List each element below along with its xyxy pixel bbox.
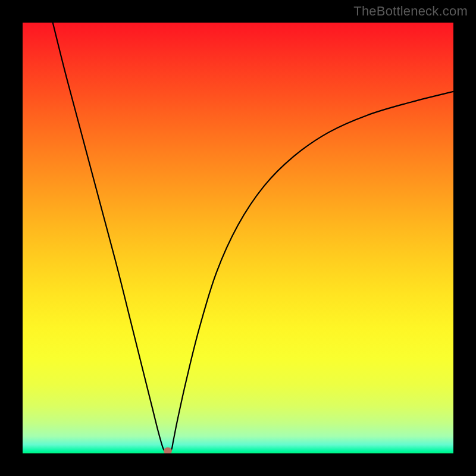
watermark-text: TheBottleneck.com — [353, 4, 468, 19]
plot-svg — [23, 23, 453, 453]
chart-container: TheBottleneck.com — [0, 0, 476, 476]
bottleneck-curve — [53, 23, 453, 452]
plot-area — [23, 23, 453, 453]
minimum-marker-dot — [164, 447, 172, 453]
